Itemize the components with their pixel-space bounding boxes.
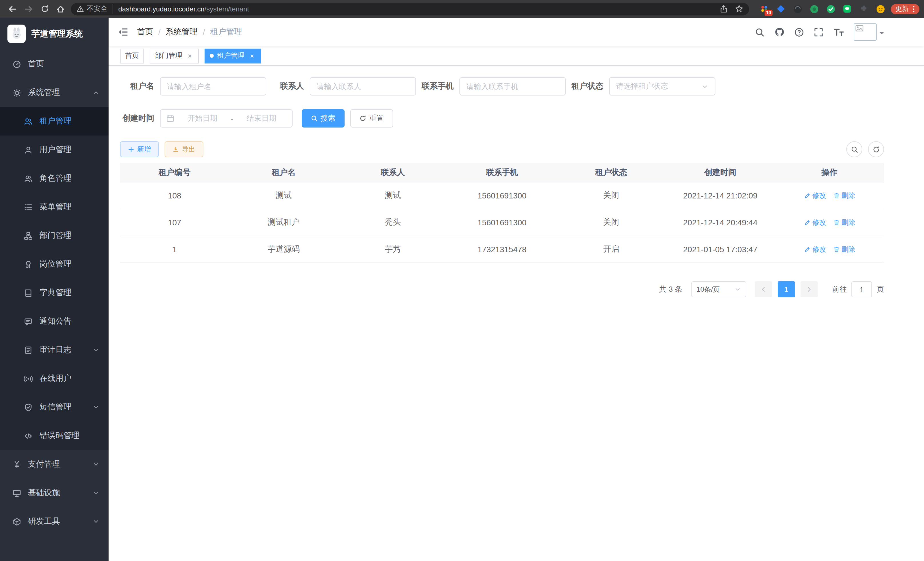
sidebar-item-role[interactable]: 角色管理 xyxy=(0,164,109,193)
extension-icon[interactable] xyxy=(826,4,836,14)
browser-home-button[interactable] xyxy=(52,2,69,16)
sidebar-item-infra[interactable]: 基础设施 xyxy=(0,479,109,507)
sidebar-item-home[interactable]: 首页 xyxy=(0,50,109,78)
edit-link[interactable]: 修改 xyxy=(804,191,826,200)
browser-update-button[interactable]: 更新 xyxy=(891,4,920,14)
help-button[interactable] xyxy=(794,27,804,37)
add-button[interactable]: 新增 xyxy=(120,141,159,157)
mobile-input[interactable] xyxy=(466,82,559,91)
search-button[interactable]: 搜索 xyxy=(302,109,345,128)
sidebar-logo[interactable]: 芋道管理系统 xyxy=(0,18,109,50)
browser-forward-button[interactable] xyxy=(21,2,37,16)
extension-icon[interactable] xyxy=(859,4,868,14)
edit-pencil-icon xyxy=(804,246,811,253)
delete-link[interactable]: 删除 xyxy=(833,244,855,254)
active-dot xyxy=(210,54,214,58)
sidebar-item-notice[interactable]: 通知公告 xyxy=(0,307,109,336)
font-size-button[interactable] xyxy=(833,27,844,37)
sidebar-item-dept[interactable]: 部门管理 xyxy=(0,221,109,250)
green-check-icon xyxy=(826,4,835,14)
delete-link[interactable]: 删除 xyxy=(833,191,855,200)
search-icon xyxy=(755,27,765,37)
menu-list-icon xyxy=(24,203,33,211)
delete-link[interactable]: 删除 xyxy=(833,218,855,227)
filter-label: 联系人 xyxy=(270,81,304,92)
delete-label: 删除 xyxy=(842,191,855,200)
hamburger-fold-icon xyxy=(118,27,128,37)
dark-ball-icon xyxy=(793,4,802,14)
tenant-name-input[interactable] xyxy=(167,82,260,91)
tag-dept[interactable]: 部门管理 xyxy=(150,48,199,63)
sidebar-item-error-code[interactable]: 错误码管理 xyxy=(0,421,109,450)
address-bar[interactable]: 不安全 dashboard.yudao.iocoder.cn/system/te… xyxy=(71,3,749,15)
date-range-picker[interactable]: 开始日期 - 结束日期 xyxy=(160,109,292,128)
cell-mobile: 15601691300 xyxy=(447,218,556,227)
column-header: 创建时间 xyxy=(666,167,775,177)
extension-icon[interactable]: 10 xyxy=(759,4,769,14)
tag-tenant[interactable]: 租户管理 xyxy=(205,48,261,63)
column-header: 操作 xyxy=(775,167,884,177)
bookmark-star-icon[interactable] xyxy=(735,5,743,13)
sidebar-item-user[interactable]: 用户管理 xyxy=(0,135,109,164)
status-select[interactable]: 请选择租户状态 xyxy=(609,77,716,96)
close-icon[interactable] xyxy=(248,52,256,60)
page-size-select[interactable]: 10条/页 xyxy=(692,281,746,297)
next-page-button[interactable] xyxy=(801,281,818,297)
table-row: 108 测试 测试 15601691300 关闭 2021-12-14 21:0… xyxy=(120,182,884,209)
page-number-1[interactable]: 1 xyxy=(778,281,795,297)
reset-button[interactable]: 重置 xyxy=(350,109,393,128)
sidebar-item-tenant[interactable]: 租户管理 xyxy=(0,107,109,135)
extension-icon[interactable] xyxy=(842,4,852,14)
yen-icon xyxy=(13,460,21,469)
extension-icon[interactable] xyxy=(776,4,786,14)
sidebar-item-menu[interactable]: 菜单管理 xyxy=(0,193,109,221)
chevron-up-icon xyxy=(93,89,99,96)
sidebar-item-system[interactable]: 系统管理 xyxy=(0,78,109,107)
cell-status: 关闭 xyxy=(556,190,666,201)
prev-page-button[interactable] xyxy=(755,281,772,297)
edit-link[interactable]: 修改 xyxy=(804,218,826,227)
user-menu[interactable] xyxy=(854,23,884,41)
github-link[interactable] xyxy=(774,27,784,37)
sidebar-item-payment[interactable]: 支付管理 xyxy=(0,450,109,479)
cell-contact: 测试 xyxy=(338,190,447,201)
sidebar-item-online-user[interactable]: 在线用户 xyxy=(0,364,109,393)
toggle-search-button[interactable] xyxy=(846,141,862,157)
sidebar-item-sms[interactable]: 短信管理 xyxy=(0,393,109,421)
header-search-button[interactable] xyxy=(755,27,765,37)
browser-back-button[interactable] xyxy=(4,2,21,16)
logo-rabbit-avatar xyxy=(8,25,26,43)
close-icon[interactable] xyxy=(186,52,194,60)
cell-status: 开启 xyxy=(556,244,666,254)
sidebar-item-label: 系统管理 xyxy=(28,87,60,98)
fullscreen-button[interactable] xyxy=(814,27,824,37)
extension-icon[interactable] xyxy=(793,4,802,14)
cell-status: 关闭 xyxy=(556,217,666,228)
sidebar-item-dict[interactable]: 字典管理 xyxy=(0,278,109,307)
share-icon[interactable] xyxy=(719,5,728,13)
export-button[interactable]: 导出 xyxy=(165,141,203,157)
tag-home[interactable]: 首页 xyxy=(120,48,144,63)
goto-page-input[interactable] xyxy=(851,281,872,297)
filter-row-1: 租户名 联系人 联系手机 租户状态 请选择租户状态 xyxy=(120,77,884,96)
breadcrumb-item-system[interactable]: 系统管理 xyxy=(166,27,198,37)
caret-down-icon xyxy=(879,32,884,37)
contact-input[interactable] xyxy=(316,82,409,91)
refresh-table-button[interactable] xyxy=(868,141,884,157)
extension-icon[interactable] xyxy=(875,4,885,14)
sidebar-item-post[interactable]: 岗位管理 xyxy=(0,250,109,278)
edit-link[interactable]: 修改 xyxy=(804,244,826,254)
browser-reload-button[interactable] xyxy=(37,2,52,16)
breadcrumb-item-home[interactable]: 首页 xyxy=(137,27,153,37)
monitor-icon xyxy=(13,489,21,497)
reload-icon xyxy=(40,5,49,13)
date-start-placeholder: 开始日期 xyxy=(178,113,227,123)
goto-label: 前往 xyxy=(832,284,847,295)
sidebar-item-audit-log[interactable]: 审计日志 xyxy=(0,336,109,364)
sidebar-fold-button[interactable] xyxy=(109,18,137,46)
extension-icon[interactable] xyxy=(809,4,819,14)
table-header: 租户编号 租户名 联系人 联系手机 租户状态 创建时间 操作 xyxy=(120,163,884,182)
sidebar-item-dev-tools[interactable]: 研发工具 xyxy=(0,507,109,536)
security-chip[interactable]: 不安全 xyxy=(76,4,113,14)
sidebar-item-label: 通知公告 xyxy=(39,316,71,326)
